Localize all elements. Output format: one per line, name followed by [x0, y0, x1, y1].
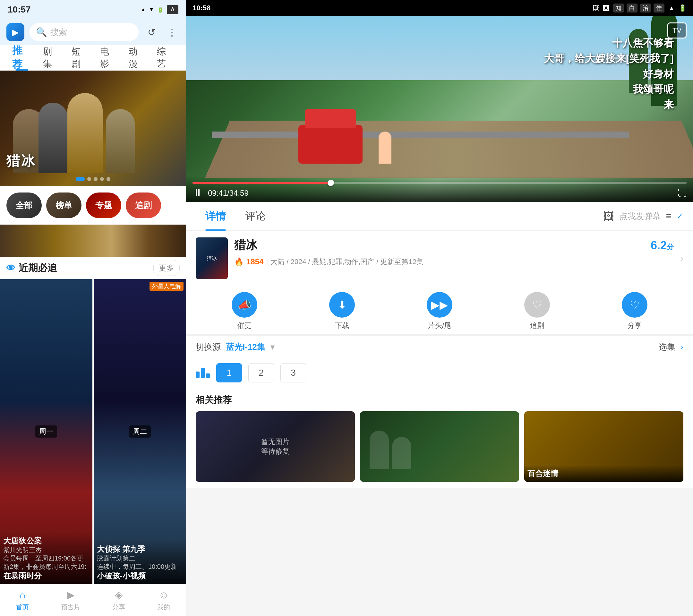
subtitle-line-1: 十八焦不够看 [544, 35, 674, 51]
skip-icon-circle: ▶▶ [427, 292, 452, 318]
category-pills: 全部 榜单 专题 追剧 [0, 186, 186, 224]
history-icon[interactable]: ↺ [144, 24, 159, 40]
action-download[interactable]: ⬇ 下载 [329, 292, 355, 331]
bottom-nav-mine[interactable]: ☺ 我的 [157, 589, 170, 612]
subtitle-line-3: 好身材 [544, 66, 674, 81]
pill-follow[interactable]: 追剧 [126, 193, 161, 218]
tab-recommend[interactable]: 推荐 [6, 45, 37, 71]
tab-movie[interactable]: 电影 [94, 45, 123, 71]
pill-ranking[interactable]: 榜单 [46, 193, 81, 218]
hero-dot-3[interactable] [94, 177, 98, 181]
share-icon-circle: ♡ [622, 292, 648, 318]
pause-button[interactable]: ⏸ [193, 187, 203, 199]
status-bar-left: 10:57 ▲ ▼ 🔋 A [0, 0, 186, 19]
app-badge-4: 佳 [654, 3, 665, 13]
source-dropdown-arrow[interactable]: ▾ [271, 342, 275, 352]
skip-label: 片头/尾 [428, 321, 451, 331]
recent-item-1[interactable]: 周一 大唐狄公案 紫川光明三杰 会员每周一至周四19:00各更新2集，非会员每周… [0, 279, 93, 584]
search-input-area[interactable]: 🔍 搜索 [29, 23, 139, 41]
tab-detail[interactable]: 详情 [196, 202, 236, 231]
bottom-nav-share[interactable]: ◈ 分享 [112, 589, 125, 612]
action-skip[interactable]: ▶▶ 片头/尾 [427, 292, 452, 331]
show-poster[interactable]: 猎冰 [196, 237, 228, 279]
trailer-icon: ▶ [67, 589, 75, 601]
fullscreen-button[interactable]: ⛶ [678, 188, 687, 198]
hero-dot-5[interactable] [106, 177, 111, 181]
recent-item-2-overlay: 大侦探 第九季 胶囊计划第二 连续中，每周二、10:00更新 小破孩-小视频 [94, 541, 186, 584]
recommend-title: 相关推荐 [196, 394, 684, 406]
tab-variety[interactable]: 综艺 [151, 45, 180, 71]
source-value[interactable]: 蓝光I-12集 [226, 341, 265, 353]
more-icon[interactable]: ⋮ [164, 24, 180, 40]
more-button[interactable]: 更多 [153, 260, 180, 276]
video-player[interactable]: TV 十八焦不够看 大哥，给大嫂接来[笑死我了] 好身材 我颂哥呢 来 ⏸ 09… [186, 16, 693, 202]
show-meta: 🔥 1854 | 大陆 / 2024 / 悬疑,犯罪,动作,国产 / 更新至第1… [234, 256, 674, 267]
recommend-section: 相关推荐 暂无图片等待修复 百合迷情 [186, 388, 693, 488]
battery-icon: 🔋 [157, 7, 164, 13]
status-icons-left: ▲ ▼ 🔋 A [140, 5, 178, 14]
ep-num-1[interactable]: 1 [216, 363, 242, 382]
select-arrow[interactable]: › [680, 342, 684, 352]
recent-list: 周一 大唐狄公案 紫川光明三杰 会员每周一至周四19:00各更新2集，非会员每周… [0, 279, 186, 584]
recent-item-2-subtitle: 胶囊计划第二 [97, 554, 183, 562]
show-detail-arrow[interactable]: › [680, 253, 684, 264]
action-follow[interactable]: ♡ 追剧 [524, 292, 550, 331]
rec-card-2[interactable] [360, 411, 519, 482]
mine-label: 我的 [157, 603, 170, 612]
hero-title: 猎冰 [6, 152, 36, 170]
ep-tab-chart[interactable] [196, 368, 210, 378]
battery-icon-right: 🔋 [678, 4, 687, 12]
photo-icon-right: 🖼 [593, 4, 599, 12]
urge-label: 催更 [237, 321, 252, 331]
section-title-text: 近期必追 [19, 261, 57, 275]
ep-num-2[interactable]: 2 [248, 363, 274, 382]
signal-icon: ▲ [140, 7, 146, 13]
banner-strip[interactable] [0, 224, 186, 257]
show-title-row: 猎冰 6.2分 [234, 237, 674, 253]
rec-figure-2 [392, 437, 411, 469]
action-share[interactable]: ♡ 分享 [622, 292, 648, 331]
scene-car [298, 125, 362, 164]
ep-bars [196, 368, 210, 378]
hero-dot-4[interactable] [100, 177, 104, 181]
progress-thumb[interactable] [328, 180, 334, 186]
tab-anime[interactable]: 动漫 [123, 45, 152, 71]
scene-railing [212, 132, 629, 138]
show-details: 猎冰 6.2分 🔥 1854 | 大陆 / 2024 / 悬疑,犯罪,动作,国产… [234, 237, 674, 279]
danmaku-check-icon[interactable]: ✓ [676, 212, 684, 221]
section-header: 👁 近期必追 更多 [0, 257, 186, 279]
hero-pagination [76, 177, 111, 181]
bottom-nav-home[interactable]: ⌂ 首页 [16, 589, 29, 612]
bottom-nav-trailer[interactable]: ▶ 预告片 [61, 589, 80, 612]
danmaku-send-icon[interactable]: 🖼 [603, 210, 614, 223]
rec-card-1[interactable]: 暂无图片等待修复 [196, 411, 355, 482]
action-urge[interactable]: 📣 催更 [232, 292, 257, 331]
rec-card-3[interactable]: 百合迷情 [524, 411, 684, 482]
video-time: 09:41/34:59 [208, 188, 249, 198]
app-badge-2: 白 [627, 3, 637, 13]
download-label: 下载 [335, 321, 349, 331]
wifi-icon: ▼ [149, 7, 154, 13]
show-poster-text: 猎冰 [206, 255, 217, 262]
tab-short[interactable]: 短剧 [66, 45, 94, 71]
status-icons-right: 🖼 A 知 白 治 佳 ▲ 🔋 [593, 3, 687, 13]
bottom-nav-left: ⌂ 首页 ▶ 预告片 ◈ 分享 ☺ 我的 [0, 584, 186, 616]
pill-topic[interactable]: 专题 [86, 193, 121, 218]
hero-dot-2[interactable] [87, 177, 91, 181]
app-logo[interactable]: ▶ [6, 23, 24, 41]
ep-num-3[interactable]: 3 [280, 363, 306, 382]
share-label: 分享 [112, 603, 125, 612]
subtitle-line-2: 大哥，给大嫂接来[笑死我了] [544, 51, 674, 66]
recent-item-1-update: 会员每周一至周四19:00各更新2集，非会员每周至周六19: [3, 554, 89, 571]
danmaku-list-icon[interactable]: ≡ [666, 211, 671, 221]
hero-banner[interactable]: 猎冰 [0, 71, 186, 186]
danmaku-placeholder[interactable]: 点我发弹幕 [619, 211, 661, 222]
tab-comment[interactable]: 评论 [236, 202, 275, 231]
progress-bar[interactable] [193, 182, 687, 184]
nav-tabs-left: 推荐 剧集 短剧 电影 动漫 综艺 [0, 45, 186, 71]
hero-dot-1[interactable] [76, 177, 85, 181]
rec-title-3: 百合迷情 [528, 469, 680, 479]
recent-item-2[interactable]: 外星人电解 周二 大侦探 第九季 胶囊计划第二 连续中，每周二、10:00更新 … [94, 279, 186, 584]
tab-series[interactable]: 剧集 [37, 45, 66, 71]
pill-all[interactable]: 全部 [6, 193, 42, 218]
